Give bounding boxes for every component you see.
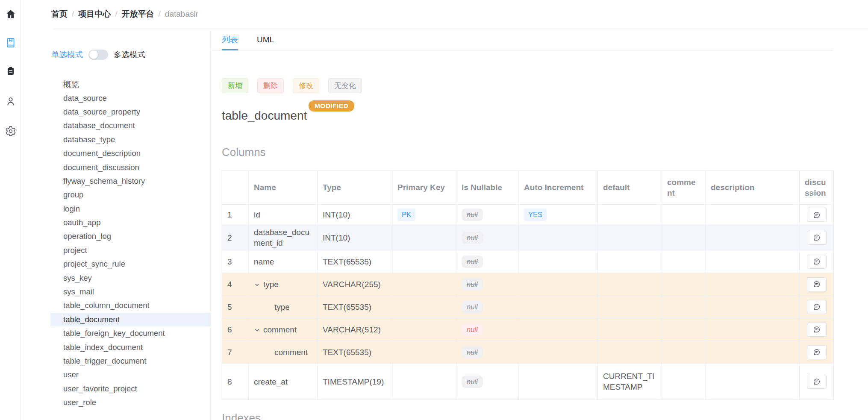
columns-table: NameTypePrimary KeyIs NullableAuto Incre… [222, 170, 834, 400]
sidebar-item-group[interactable]: group [50, 188, 210, 202]
column-name: database_document_id [254, 228, 309, 247]
primary-key-cell [392, 250, 456, 273]
discussion-button[interactable] [807, 208, 827, 222]
breadcrumb-item[interactable]: 开放平台 [122, 9, 154, 20]
breadcrumb-separator: / [159, 9, 161, 19]
sidebar-item-database_type[interactable]: database_type [50, 133, 210, 147]
nullable-cell: null [456, 318, 519, 341]
auto-increment-cell [519, 273, 598, 296]
table-row: 1idINT(10)PKnullYES [222, 205, 834, 225]
discussion-cell [800, 225, 834, 250]
tab-uml[interactable]: UML [257, 29, 274, 50]
switch-knob [89, 50, 98, 59]
name-cell: create_at [249, 364, 318, 400]
chat-bubble-icon [812, 211, 821, 219]
single-mode-label: 单选模式 [51, 49, 83, 60]
sidebar-item-sys_mail[interactable]: sys_mail [50, 285, 210, 299]
sidebar-item-table_trigger_document[interactable]: table_trigger_document [50, 354, 210, 368]
breadcrumb-separator: / [72, 9, 74, 19]
row-number-cell: 4 [222, 273, 249, 296]
column-header: Type [318, 170, 392, 205]
chat-bubble-icon [812, 280, 821, 288]
discussion-button[interactable] [807, 345, 827, 359]
name-cell: type [249, 273, 318, 296]
topbar: 首页/项目中心/开放平台/databasir [21, 0, 868, 29]
comment-cell [662, 341, 706, 364]
sidebar-item-user_role[interactable]: user_role [50, 396, 210, 409]
discussion-cell [800, 364, 834, 400]
sidebar-item-sys_key[interactable]: sys_key [50, 271, 210, 285]
main-content: 列表 UML 新增删除修改无变化 MODIFIED table_document… [211, 29, 868, 420]
breadcrumb-separator: / [115, 9, 117, 19]
sidebar-item-user_favorite_project[interactable]: user_favorite_project [50, 382, 210, 396]
breadcrumb-item[interactable]: 项目中心 [78, 9, 111, 20]
clipboard-icon[interactable] [0, 62, 21, 79]
sidebar-item-document_description[interactable]: document_description [50, 147, 210, 160]
chat-bubble-icon [812, 348, 821, 356]
sidebar-item-table_document[interactable]: table_document [50, 313, 210, 326]
sidebar-item-project_sync_rule[interactable]: project_sync_rule [50, 257, 210, 271]
discussion-button[interactable] [807, 300, 827, 314]
tabs-bar: 列表 UML [211, 29, 833, 50]
sidebar-item-flyway_schema_history[interactable]: flyway_schema_history [50, 174, 210, 188]
sidebar-item-data_source[interactable]: data_source [50, 91, 210, 105]
nullable-badge: null [462, 323, 483, 336]
sidebar-item-table_index_document[interactable]: table_index_document [50, 340, 210, 354]
sidebar-item-oauth_app[interactable]: oauth_app [50, 216, 210, 229]
nullable-badge: null [462, 232, 483, 244]
sidebar-item-login[interactable]: login [50, 202, 210, 216]
column-name: type [274, 303, 290, 311]
chevron-down-icon[interactable] [254, 327, 260, 333]
legend-tag-warning: 修改 [293, 78, 319, 93]
comment-cell [662, 296, 706, 318]
discussion-button[interactable] [807, 255, 827, 269]
row-number-cell: 8 [222, 364, 249, 400]
indexes-heading: Indexes [222, 411, 261, 420]
column-name: name [254, 257, 274, 266]
sidebar-item-概览[interactable]: 概览 [50, 77, 210, 91]
notebook-icon[interactable] [0, 34, 21, 51]
discussion-button[interactable] [807, 231, 827, 245]
discussion-cell [800, 273, 834, 296]
user-icon[interactable] [0, 93, 21, 110]
sidebar-item-table_column_document[interactable]: table_column_document [50, 299, 210, 312]
discussion-button[interactable] [807, 375, 827, 389]
tab-list[interactable]: 列表 [222, 29, 238, 50]
auto-increment-cell [519, 318, 598, 341]
sidebar-item-document_discussion[interactable]: document_discussion [50, 160, 210, 174]
chevron-down-icon[interactable] [254, 282, 260, 288]
sidebar-item-table_foreign_key_document[interactable]: table_foreign_key_document [50, 326, 210, 340]
default-cell [598, 225, 662, 250]
sidebar-item-project[interactable]: project [50, 244, 210, 257]
gear-icon[interactable] [0, 123, 21, 140]
chat-bubble-icon [812, 377, 821, 386]
sidebar-item-data_source_property[interactable]: data_source_property [50, 105, 210, 119]
sidebar-item-operation_log[interactable]: operation_log [50, 229, 210, 243]
nullable-cell: null [456, 296, 519, 318]
comment-cell [662, 273, 706, 296]
discussion-button[interactable] [807, 323, 827, 337]
nullable-cell: null [456, 250, 519, 273]
default-cell [598, 273, 662, 296]
comment-cell [662, 225, 706, 250]
row-number-cell: 5 [222, 296, 249, 318]
auto-increment-cell [519, 225, 598, 250]
nullable-badge: null [462, 301, 483, 313]
sidebar-item-database_document[interactable]: database_document [50, 119, 210, 132]
type-cell: VARCHAR(512) [318, 318, 392, 341]
nullable-badge: null [462, 346, 483, 358]
sidebar-item-user[interactable]: user [50, 368, 210, 382]
column-header [222, 170, 249, 205]
default-cell [598, 296, 662, 318]
primary-key-cell [392, 225, 456, 250]
home-icon[interactable] [0, 6, 21, 23]
chat-bubble-icon [812, 325, 821, 334]
nullable-cell: null [456, 205, 519, 225]
discussion-button[interactable] [807, 277, 827, 291]
mode-switch[interactable] [88, 50, 108, 60]
nullable-cell: null [456, 364, 519, 400]
nullable-badge: null [462, 209, 483, 221]
primary-key-cell [392, 273, 456, 296]
comment-cell [662, 318, 706, 341]
breadcrumb-item[interactable]: 首页 [51, 9, 68, 20]
